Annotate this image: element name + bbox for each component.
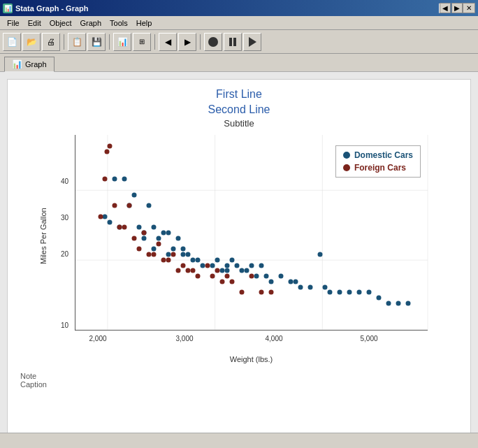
- scatter-dot-domestic: [215, 257, 220, 262]
- pause-button[interactable]: [224, 33, 242, 51]
- scatter-dot-domestic: [210, 263, 215, 268]
- menu-bar: File Edit Object Graph Tools Help: [0, 16, 478, 30]
- main-content: First Line Second Line Subtitle Miles Pe…: [0, 72, 478, 448]
- status-bar: [0, 433, 478, 448]
- scatter-dot-foreign: [259, 290, 264, 295]
- tab-graph[interactable]: 📊 Graph: [4, 57, 55, 72]
- scatter-dot-domestic: [357, 290, 362, 295]
- scatter-dot-foreign: [137, 247, 142, 252]
- scatter-dot-foreign: [191, 268, 196, 273]
- scatter-dot-domestic: [254, 274, 259, 279]
- separator-1: [64, 34, 64, 50]
- scatter-dot-domestic: [113, 176, 117, 181]
- y-tick-10: 10: [61, 321, 68, 329]
- scatter-dot-domestic: [338, 290, 342, 295]
- scatter-dot-foreign: [113, 203, 117, 208]
- legend-foreign-label: Foreign Cars: [354, 163, 406, 173]
- scatter-dot-domestic: [245, 268, 249, 273]
- record-button[interactable]: [204, 33, 222, 51]
- forward-button[interactable]: ▶: [178, 33, 196, 51]
- scatter-dot-domestic: [367, 290, 372, 295]
- scatter-dot-foreign: [196, 274, 201, 279]
- scatter-dot-foreign: [122, 225, 126, 230]
- legend-domestic-label: Domestic Cars: [354, 150, 413, 160]
- scatter-dot-foreign: [181, 263, 186, 268]
- y-tick-30: 30: [61, 214, 68, 222]
- chart-type-button[interactable]: 📊: [113, 33, 131, 51]
- scatter-dot-domestic: [181, 247, 186, 252]
- legend-domestic-dot: [343, 152, 350, 159]
- scatter-dot-foreign: [108, 144, 113, 149]
- y-tick-40: 40: [61, 178, 68, 185]
- scatter-dot-foreign: [249, 274, 254, 279]
- graph-area: First Line Second Line Subtitle Miles Pe…: [7, 79, 471, 441]
- new-button[interactable]: 📄: [3, 33, 21, 51]
- scatter-dot-domestic: [279, 274, 284, 279]
- window-title: Stata Graph - Graph: [15, 4, 89, 13]
- open-button[interactable]: 📂: [22, 33, 41, 51]
- separator-4: [200, 34, 201, 50]
- scatter-dot-foreign: [142, 231, 147, 236]
- scatter-dot-domestic: [318, 252, 323, 257]
- menu-help[interactable]: Help: [132, 18, 157, 28]
- title-bar: 📊 Stata Graph - Graph _ □ ✕: [0, 0, 478, 16]
- scatter-dot-domestic: [259, 263, 264, 268]
- y-tick-20: 20: [61, 250, 68, 258]
- scatter-dot-foreign: [220, 279, 225, 284]
- scatter-dot-foreign: [157, 241, 161, 246]
- tab-strip: 📊 Graph ◀ ▶ ✕: [0, 54, 478, 72]
- scatter-dot-domestic: [108, 219, 113, 224]
- scatter-dot-domestic: [152, 247, 157, 252]
- copy-button[interactable]: 📋: [68, 33, 86, 51]
- scatter-dot-foreign: [152, 252, 157, 257]
- play-button[interactable]: [243, 33, 261, 51]
- scatter-dot-foreign: [166, 257, 171, 262]
- scatter-dot-domestic: [235, 263, 240, 268]
- separator-2: [109, 34, 110, 50]
- scatter-dot-domestic: [377, 296, 382, 301]
- scatter-dot-domestic: [122, 176, 126, 181]
- scatter-dot-domestic: [191, 257, 196, 262]
- scatter-dot-foreign: [103, 176, 108, 181]
- scatter-dot-domestic: [196, 257, 201, 262]
- x-tick-5000: 5,000: [360, 335, 377, 342]
- menu-object[interactable]: Object: [45, 18, 76, 28]
- tab-nav[interactable]: ◀ ▶: [440, 3, 463, 13]
- menu-tools[interactable]: Tools: [106, 18, 132, 28]
- import-button[interactable]: ⊞: [133, 33, 151, 51]
- tab-label: Graph: [25, 60, 47, 68]
- caption-label: Caption: [20, 380, 463, 389]
- x-axis-label: Weight (lbs.): [75, 355, 428, 363]
- scatter-dot-foreign: [127, 203, 132, 208]
- title-line2: Second Line: [15, 102, 463, 117]
- menu-edit[interactable]: Edit: [24, 18, 45, 28]
- scatter-dot-domestic: [132, 192, 137, 197]
- graph-title: First Line Second Line: [15, 87, 463, 118]
- menu-file[interactable]: File: [3, 18, 24, 28]
- tab-close-button[interactable]: ✕: [463, 3, 475, 13]
- tab-icon: 📊: [12, 59, 22, 69]
- scatter-dot-domestic: [220, 268, 225, 273]
- menu-graph[interactable]: Graph: [76, 18, 106, 28]
- scatter-dot-foreign: [240, 290, 245, 295]
- scatter-dot-foreign: [210, 274, 215, 279]
- scatter-dot-domestic: [201, 263, 205, 268]
- scatter-dot-domestic: [186, 252, 191, 257]
- scatter-dot-domestic: [347, 290, 352, 295]
- print-button[interactable]: 🖨: [42, 33, 60, 51]
- scatter-dot-foreign: [215, 268, 220, 273]
- legend-foreign-dot: [343, 164, 350, 171]
- scatter-dot-domestic: [386, 301, 391, 305]
- scatter-dot-foreign: [225, 274, 230, 279]
- scatter-dot-domestic: [137, 225, 142, 230]
- scatter-dot-domestic: [171, 247, 176, 252]
- save-button[interactable]: 💾: [87, 33, 106, 51]
- tab-prev-button[interactable]: ◀: [440, 3, 451, 13]
- note-label: Note: [20, 372, 463, 380]
- tab-next-button[interactable]: ▶: [451, 3, 463, 13]
- scatter-dot-domestic: [240, 268, 245, 273]
- legend-domestic: Domestic Cars: [343, 150, 413, 160]
- scatter-dot-foreign: [117, 225, 122, 230]
- back-button[interactable]: ◀: [159, 33, 177, 51]
- scatter-dot-domestic: [147, 203, 152, 208]
